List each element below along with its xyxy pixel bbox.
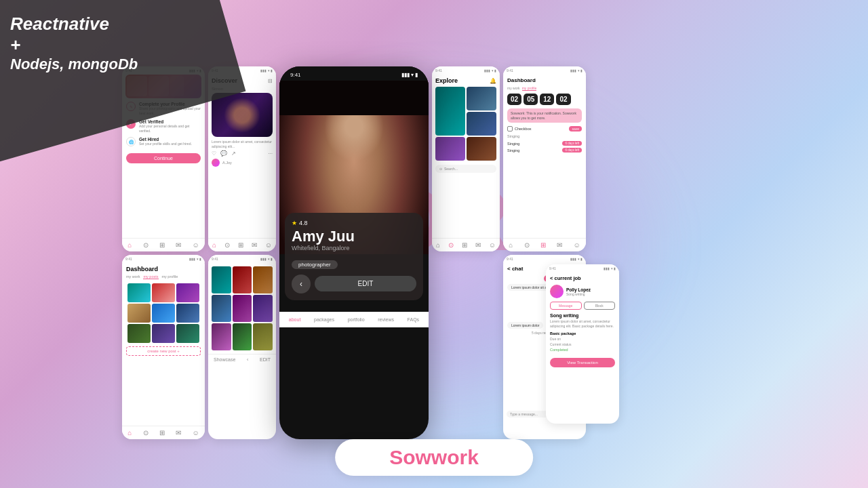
date-12: 12 xyxy=(540,94,554,105)
explore-tall-1 xyxy=(435,87,465,136)
discover-bookmark-icon[interactable]: ⊟ xyxy=(268,78,273,84)
job-action-btns: Message Block xyxy=(550,302,615,310)
profile-icon-4[interactable]: ☺ xyxy=(489,241,496,249)
home-icon-5[interactable]: ⌂ xyxy=(509,241,513,249)
photo-9 xyxy=(176,324,199,343)
more-icon[interactable]: ··· xyxy=(268,150,273,157)
lg-photo-1 xyxy=(212,266,231,293)
chat-icon[interactable]: ✉ xyxy=(176,241,181,249)
explore-bell-icon[interactable]: 🔔 xyxy=(490,78,496,84)
profile-overlay: ★ 4.8 Amy Juu Whitefield, Bangalore phot… xyxy=(285,213,423,300)
comment-icon[interactable]: 💬 xyxy=(220,150,227,157)
tab-portfolio[interactable]: portfolio xyxy=(348,317,365,322)
discover-reactions: ♡ 💬 ↗ ··· xyxy=(212,150,273,157)
tab-my-profile[interactable]: my profile xyxy=(162,274,178,279)
photo-5 xyxy=(152,304,175,323)
dashboard-right-phone: 9:41▮▮▮ ▾ ▮ Dashboard my work my profile… xyxy=(503,66,586,251)
search-icon[interactable]: ⊙ xyxy=(143,241,149,249)
profile-icon-3[interactable]: ☺ xyxy=(265,241,272,249)
skill-row-2: Singing 6 days left xyxy=(507,148,582,152)
photo-8 xyxy=(152,324,175,343)
profile-location: Whitefield, Bangalore xyxy=(292,245,416,251)
skill-row-1: Singing 6 days left xyxy=(507,141,582,146)
onboarding-bottom-nav: ⌂ ⊙ ⊞ ✉ ☺ xyxy=(122,238,205,251)
create-post-button[interactable]: create new post + xyxy=(126,346,201,356)
home-icon-3: ⌂ xyxy=(212,241,216,249)
back-arrow[interactable]: ‹ xyxy=(247,357,248,362)
job-worker-sub: Song writing xyxy=(566,292,591,296)
step-3-desc: Set your profile skills and get hired. xyxy=(139,142,192,146)
grid-icon-2[interactable]: ⊞ xyxy=(159,429,165,436)
rating-value: 4.8 xyxy=(299,220,308,226)
tab-reviews[interactable]: reviews xyxy=(378,317,394,322)
dashboard-right-tabs: my work my profile xyxy=(507,86,582,91)
job-content: < current job Polly Lopez Song writing M… xyxy=(546,272,619,418)
photo-6 xyxy=(176,304,199,323)
dashboard-right-title: Dashboard xyxy=(507,77,536,83)
profile-icon-2[interactable]: ☺ xyxy=(193,429,199,436)
dash-tab-work[interactable]: my work xyxy=(507,86,520,91)
center-phone: 9:41 ▮▮▮ ▾ ▮ ★ 4.8 Amy Juu xyxy=(279,66,429,439)
date-02: 02 xyxy=(507,94,521,105)
chat-icon-3[interactable]: ✉ xyxy=(252,241,257,249)
explore-cell-2 xyxy=(467,112,496,136)
banner-line3: Nodejs, mongoDb xyxy=(10,56,138,73)
profile-icon-5[interactable]: ☺ xyxy=(574,241,580,249)
profile-icon[interactable]: ☺ xyxy=(193,241,199,249)
tab-about[interactable]: about xyxy=(289,317,301,322)
dashboard-grid-bottom-nav: ⌂ ⊙ ⊞ ✉ ☺ xyxy=(122,426,205,439)
chat-icon-5[interactable]: ✉ xyxy=(557,241,562,249)
grid-icon[interactable]: ⊞ xyxy=(159,241,165,249)
grid-icon-4[interactable]: ⊞ xyxy=(462,241,467,249)
grid-photos-phone: 9:41▮▮▮ ▾ ▮ Showcase ‹ EDIT xyxy=(208,255,276,440)
lg-photo-4 xyxy=(212,295,231,322)
step-2-desc: Add your personal details and get verifi… xyxy=(139,124,201,133)
portrait-area: ★ 4.8 Amy Juu Whitefield, Bangalore phot… xyxy=(279,81,429,312)
edit-label[interactable]: EDIT xyxy=(260,357,271,362)
checkbox-icon[interactable] xyxy=(507,126,513,131)
profile-name: Amy Juu xyxy=(292,228,416,245)
profile-actions: ‹ EDIT xyxy=(292,274,416,293)
heart-icon[interactable]: ♡ xyxy=(212,150,216,157)
tab-faqs[interactable]: FAQs xyxy=(408,317,420,322)
grid-icon-3[interactable]: ⊞ xyxy=(238,241,243,249)
save-btn[interactable]: save xyxy=(569,126,582,131)
view-transaction-btn[interactable]: View Transaction xyxy=(550,358,615,367)
explore-cell-3 xyxy=(435,137,465,161)
back-button[interactable]: ‹ xyxy=(292,274,311,293)
skill-1-name: Singing xyxy=(507,142,519,146)
chat-icon-4[interactable]: ✉ xyxy=(475,241,481,249)
status-label: Current status xyxy=(550,342,615,346)
dashboard-right-content: Dashboard my work my profile 02 05 12 02… xyxy=(503,75,586,157)
tab-my-posts[interactable]: my posts xyxy=(143,274,158,279)
phones-container: 9:41▮▮▮ ▾ ▮ ✎ Complete your Profile Shar… xyxy=(122,66,860,439)
search-icon-5[interactable]: ⊙ xyxy=(524,241,530,249)
photo-7 xyxy=(127,324,151,343)
message-btn[interactable]: Message xyxy=(550,302,582,310)
skills-section: Singing Singing 6 days left Singing 6 da… xyxy=(507,134,582,152)
step-3: 🌐 Get Hired Set your profile skills and … xyxy=(126,137,201,146)
job-user-avatar xyxy=(550,285,564,298)
explore-search[interactable]: ⊙ Search... xyxy=(435,165,496,173)
lg-photo-5 xyxy=(233,295,252,322)
home-icon-4[interactable]: ⌂ xyxy=(436,241,440,249)
share-icon[interactable]: ↗ xyxy=(231,150,236,157)
search-icon-2[interactable]: ⊙ xyxy=(143,429,149,436)
explore-search-placeholder: Search... xyxy=(444,167,458,171)
tab-my-work[interactable]: my work xyxy=(126,274,140,279)
search-icon-3[interactable]: ⊙ xyxy=(224,241,230,249)
continue-button[interactable]: Continue xyxy=(126,153,201,163)
banner-line2: + xyxy=(10,35,138,56)
home-icon-2: ⌂ xyxy=(127,429,132,436)
tab-packages[interactable]: packages xyxy=(314,317,334,322)
block-btn[interactable]: Block xyxy=(584,302,616,310)
edit-button[interactable]: EDIT xyxy=(315,276,416,291)
chat-icon-2[interactable]: ✉ xyxy=(176,429,181,436)
brand-bar: Sowwork xyxy=(335,439,533,476)
dash-tab-profile[interactable]: my profile xyxy=(522,86,537,91)
job-description: Lorem ipsum dolor sit amet, consectetur … xyxy=(550,319,615,329)
photo-grid xyxy=(126,282,201,344)
lg-photo-6 xyxy=(253,295,273,322)
center-time: 9:41 xyxy=(290,72,301,78)
rating-row: ★ 4.8 xyxy=(292,220,416,226)
